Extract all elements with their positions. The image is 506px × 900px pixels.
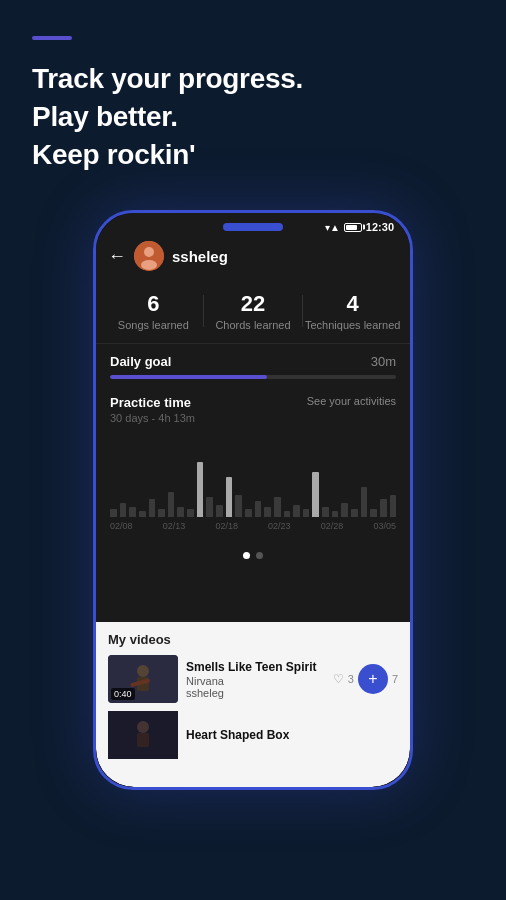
username-label: ssheleg: [172, 248, 228, 265]
bar-26: [361, 487, 368, 517]
chart-labels: 02/08 02/13 02/18 02/23 02/28 03/05: [106, 517, 400, 531]
video-thumb-img-1: [108, 711, 178, 759]
stat-chords-value: 22: [204, 291, 303, 317]
bar-17: [274, 497, 281, 517]
daily-goal-header: Daily goal 30m: [110, 354, 396, 369]
bar-12: [226, 477, 233, 517]
practice-subtitle: 30 days - 4h 13m: [110, 412, 195, 424]
bar-28: [380, 499, 387, 517]
status-time: 12:30: [366, 221, 394, 233]
chart-label-2: 02/18: [215, 521, 238, 531]
video-artist-0: Nirvana: [186, 675, 325, 687]
chart-bars: [106, 432, 400, 517]
svg-rect-9: [137, 733, 149, 747]
stat-techniques-label: Techniques learned: [303, 319, 402, 331]
heart-icon-0[interactable]: ♡: [333, 672, 344, 686]
video-actions-0: ♡ 3 + 7: [333, 664, 398, 694]
chart-label-4: 02/28: [321, 521, 344, 531]
svg-point-1: [144, 247, 154, 257]
video-item-0: 0:40 Smells Like Teen Spirit Nirvana ssh…: [108, 655, 398, 703]
dot-0: [243, 552, 250, 559]
bar-4: [149, 499, 156, 517]
comment-count-0: 7: [392, 673, 398, 685]
videos-section: My videos 0:40: [96, 622, 410, 787]
app-header: ← ssheleg: [96, 237, 410, 279]
bar-19: [293, 505, 300, 517]
see-activities-link[interactable]: See your activities: [307, 395, 396, 407]
stat-songs-label: Songs learned: [104, 319, 203, 331]
bar-1: [120, 503, 127, 517]
video-user-0: ssheleg: [186, 687, 325, 699]
practice-section: Practice time 30 days - 4h 13m See your …: [96, 385, 410, 424]
practice-info: Practice time 30 days - 4h 13m: [110, 395, 195, 424]
bar-22: [322, 507, 329, 517]
dot-1: [256, 552, 263, 559]
video-song-title-1: Heart Shaped Box: [186, 728, 398, 742]
bar-13: [235, 495, 242, 517]
status-icons: ▾▲ 12:30: [325, 221, 394, 233]
bar-9: [197, 462, 204, 517]
bar-2: [129, 507, 136, 517]
bar-0: [110, 509, 117, 517]
video-song-title-0: Smells Like Teen Spirit: [186, 660, 325, 674]
video-info-0: Smells Like Teen Spirit Nirvana ssheleg: [186, 660, 325, 699]
stat-songs: 6 Songs learned: [104, 291, 203, 331]
svg-point-2: [141, 260, 157, 270]
bar-15: [255, 501, 262, 517]
headline-line1: Track your progress.: [32, 63, 303, 94]
bar-24: [341, 503, 348, 517]
headline-line2: Play better.: [32, 101, 178, 132]
bar-5: [158, 509, 165, 517]
chart-label-0: 02/08: [110, 521, 133, 531]
bar-29: [390, 495, 397, 517]
daily-goal-value: 30m: [371, 354, 396, 369]
bar-7: [177, 507, 184, 517]
bar-21: [312, 472, 319, 517]
stat-techniques: 4 Techniques learned: [303, 291, 402, 331]
avatar: [134, 241, 164, 271]
bar-27: [370, 509, 377, 517]
page-dots: [96, 544, 410, 565]
bar-10: [206, 497, 213, 517]
progress-bar-fill: [110, 375, 267, 379]
videos-title: My videos: [108, 632, 398, 647]
wifi-icon: ▾▲: [325, 222, 340, 233]
bar-23: [332, 511, 339, 517]
headline: Track your progress. Play better. Keep r…: [32, 60, 303, 173]
bar-14: [245, 509, 252, 517]
bar-25: [351, 509, 358, 517]
accent-line: [32, 36, 72, 40]
bar-18: [284, 511, 291, 517]
bar-20: [303, 509, 310, 517]
phone-screen: ▾▲ 12:30 ← ssheleg: [96, 213, 410, 787]
video-item-1: Heart Shaped Box: [108, 711, 398, 759]
bar-8: [187, 509, 194, 517]
video-info-1: Heart Shaped Box: [186, 728, 398, 742]
back-button[interactable]: ←: [108, 246, 126, 267]
chart-label-3: 02/23: [268, 521, 291, 531]
like-count-0: 3: [348, 673, 354, 685]
video-duration-0: 0:40: [111, 688, 135, 700]
headline-line3: Keep rockin': [32, 139, 195, 170]
bar-3: [139, 511, 146, 517]
practice-title: Practice time: [110, 395, 195, 410]
bar-11: [216, 505, 223, 517]
page-background: Track your progress. Play better. Keep r…: [0, 0, 506, 900]
svg-point-8: [137, 721, 149, 733]
stat-techniques-value: 4: [303, 291, 402, 317]
progress-bar-track: [110, 375, 396, 379]
stat-chords: 22 Chords learned: [204, 291, 303, 331]
phone-frame: ▾▲ 12:30 ← ssheleg: [93, 210, 413, 790]
battery-icon: [344, 223, 362, 232]
stat-songs-value: 6: [104, 291, 203, 317]
daily-goal-section: Daily goal 30m: [96, 344, 410, 385]
chart-container: 02/08 02/13 02/18 02/23 02/28 03/05: [96, 424, 410, 544]
video-thumb-1: [108, 711, 178, 759]
video-thumb-0: 0:40: [108, 655, 178, 703]
bar-16: [264, 507, 271, 517]
daily-goal-label: Daily goal: [110, 354, 171, 369]
chart-label-1: 02/13: [163, 521, 186, 531]
fab-add-button[interactable]: +: [358, 664, 388, 694]
phone-notch: [223, 223, 283, 231]
practice-header: Practice time 30 days - 4h 13m See your …: [110, 395, 396, 424]
